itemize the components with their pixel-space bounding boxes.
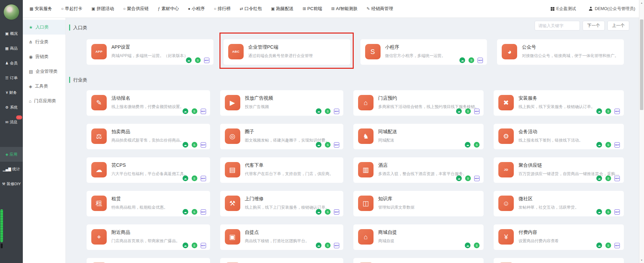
wap-badge-icon[interactable]: WAP bbox=[204, 58, 209, 63]
miniprogram-badge-icon[interactable]: S bbox=[474, 142, 480, 148]
app-badge-icon[interactable]: ☁ bbox=[186, 57, 192, 63]
nav-item[interactable]: ○聚合供应链 bbox=[123, 6, 149, 12]
nav-item[interactable]: ƒ素材中心 bbox=[158, 6, 179, 12]
nav-item[interactable]: ●小程序 bbox=[188, 6, 205, 12]
miniprogram-badge-icon[interactable]: S bbox=[325, 209, 331, 215]
category-item[interactable]: ◉营销类 bbox=[23, 49, 65, 64]
app-card[interactable]: ⚙会务活动线上报名线下签到，链接线下活动。☁SWAP bbox=[494, 124, 624, 149]
wap-badge-icon[interactable]: WAP bbox=[614, 176, 620, 181]
wap-badge-icon[interactable]: WAP bbox=[474, 109, 480, 114]
app-card[interactable]: APPAPP设置商城APP端，多端统一运营。（封装版本）☁SWAP bbox=[87, 39, 213, 65]
app-card[interactable]: ⌂门店预约多商家线下活动组合销售，线上预约项目线下服务核销。☁SWAP bbox=[353, 90, 484, 116]
app-badge-icon[interactable]: ☁ bbox=[316, 243, 321, 248]
miniprogram-badge-icon[interactable]: S bbox=[465, 175, 471, 181]
nav-item[interactable]: ○排行榜 bbox=[214, 6, 231, 12]
wap-badge-icon[interactable]: WAP bbox=[201, 243, 206, 248]
scrollbar-thumb[interactable] bbox=[640, 19, 643, 110]
wap-badge-icon[interactable]: WAP bbox=[334, 142, 339, 148]
category-item[interactable]: ⌂门店应用类 bbox=[23, 94, 65, 108]
app-card[interactable]: ¥付费内容设置商品付费内容查看☁SWAP bbox=[494, 224, 624, 250]
sidebar-item-apps[interactable]: ◈应用 bbox=[0, 147, 23, 162]
sidebar-item-messages[interactable]: ✉消息··· bbox=[0, 115, 23, 129]
user-menu[interactable]: DEMO(公众号管理员) bbox=[589, 6, 635, 12]
wap-badge-icon[interactable]: WAP bbox=[614, 209, 620, 215]
app-badge-icon[interactable]: ☁ bbox=[596, 108, 602, 114]
app-card[interactable]: ◷分时预约 bbox=[220, 258, 344, 263]
app-badge-icon[interactable]: ☁ bbox=[465, 243, 470, 248]
miniprogram-badge-icon[interactable]: S bbox=[605, 243, 611, 248]
prev-button[interactable]: 上一个 bbox=[607, 21, 630, 31]
app-card[interactable]: ♞同城配送同城配送☁S bbox=[353, 124, 484, 149]
sidebar-item-goods[interactable]: ▦商品 bbox=[0, 41, 23, 56]
app-badge-icon[interactable]: ☁ bbox=[183, 209, 188, 215]
app-badge-icon[interactable]: ☁ bbox=[596, 209, 602, 215]
sidebar-item-stats[interactable]: ▁▄▇统计 bbox=[0, 162, 23, 176]
miniprogram-badge-icon[interactable]: S bbox=[192, 108, 197, 114]
miniprogram-badge-icon[interactable]: S bbox=[192, 243, 197, 248]
app-card[interactable]: ▶投放广告视频投放广告视频☁SWAP bbox=[220, 90, 344, 116]
miniprogram-badge-icon[interactable]: S bbox=[325, 142, 331, 148]
app-badge-icon[interactable]: ☁ bbox=[183, 243, 188, 248]
org-switcher[interactable]: E企盈测试 bbox=[551, 6, 576, 12]
category-item[interactable]: ★入口类 bbox=[23, 20, 65, 35]
app-badge-icon[interactable]: ☁ bbox=[596, 243, 602, 248]
wap-badge-icon[interactable]: WAP bbox=[614, 243, 620, 248]
wap-badge-icon[interactable]: WAP bbox=[334, 209, 339, 215]
nav-item[interactable]: ▦安装服务 bbox=[30, 6, 52, 12]
app-badge-icon[interactable]: ☁ bbox=[316, 209, 321, 215]
scrollbar-up-arrow[interactable]: ▲ bbox=[639, 2, 644, 4]
app-card[interactable]: ▭PC前端 bbox=[353, 258, 484, 263]
app-badge-icon[interactable]: ☁ bbox=[456, 175, 462, 181]
avatar[interactable] bbox=[3, 4, 19, 20]
miniprogram-badge-icon[interactable]: S bbox=[605, 142, 611, 148]
category-item[interactable]: ◈工具类 bbox=[23, 79, 65, 94]
app-card[interactable]: ✖安装服务线上购买，线下安装服务，核销确认订单。☁SWAP bbox=[494, 90, 624, 116]
category-item[interactable]: ▤企业管理类 bbox=[23, 64, 65, 79]
sidebar-item-system[interactable]: ⚙系统 bbox=[0, 100, 23, 115]
app-badge-icon[interactable]: ☁ bbox=[596, 142, 602, 148]
app-badge-icon[interactable]: ☁ bbox=[183, 108, 188, 114]
app-card[interactable]: ☺微社区发帖种草，社交互动，活跃带货。☁SWAP bbox=[494, 191, 624, 216]
miniprogram-badge-icon[interactable]: S bbox=[195, 57, 201, 63]
app-card[interactable]: ⌂商城自提商城自提☁S bbox=[353, 224, 484, 250]
wap-badge-icon[interactable]: WAP bbox=[201, 176, 206, 181]
app-badge-icon[interactable]: ☁ bbox=[316, 108, 321, 114]
app-card[interactable]: ☁芸CPS六大平台红包福利，平台必备高返佣工具。☁SWAP bbox=[87, 157, 210, 183]
wap-badge-icon[interactable]: WAP bbox=[474, 176, 480, 181]
app-card[interactable]: ⌖附近商品门店商品首页展示，帮商家推广爆品。☁SWAP bbox=[87, 224, 210, 250]
miniprogram-badge-icon[interactable]: S bbox=[192, 209, 197, 215]
sidebar-item-orders[interactable]: ☰订单 bbox=[0, 70, 23, 85]
app-card[interactable]: JD聚合供应链百万货源供应一键进货，自营商品一键推送芸仓，采购…☁SWAP bbox=[494, 157, 624, 183]
category-item[interactable]: ⋔行业类 bbox=[23, 35, 65, 49]
nav-item[interactable]: ⇄口令红包 bbox=[240, 6, 262, 12]
nav-item[interactable]: ○早起打卡 bbox=[61, 6, 82, 12]
app-badge-icon[interactable]: ☁ bbox=[316, 142, 321, 148]
sidebar-item-members[interactable]: ♟会员 bbox=[0, 56, 23, 70]
nav-item[interactable]: ⊞AI智能测肤 bbox=[331, 6, 357, 12]
scrollbar-down-arrow[interactable]: ▼ bbox=[639, 259, 644, 261]
app-badge-icon[interactable]: ☁ bbox=[465, 142, 470, 148]
sidebar-item-finance[interactable]: ¥财务 bbox=[0, 85, 23, 100]
nav-item[interactable]: ▣拼团活动 bbox=[92, 6, 114, 12]
wap-badge-icon[interactable]: WAP bbox=[201, 109, 206, 114]
app-card[interactable]: ✎活动报名线上报名缴纳费用，付费金额营销设置。☁SWAP bbox=[87, 90, 210, 116]
nav-item[interactable]: ⊞PC前端 bbox=[303, 6, 322, 12]
sidebar-item-diy[interactable]: ⚒装修DIY bbox=[0, 176, 23, 191]
nav-item[interactable]: ▣跑腿配送 bbox=[271, 6, 293, 12]
app-card[interactable]: ▣自提点商品线下核销，打造社区团购平台。☁SWAP bbox=[220, 224, 344, 250]
app-card[interactable]: ▦厂家 bbox=[87, 258, 210, 263]
app-card[interactable]: ☻AI智能测肤 bbox=[494, 258, 624, 263]
app-card[interactable]: 租租赁特殊商品租用，租期租金优惠。☁SWAP bbox=[87, 191, 210, 216]
wap-badge-icon[interactable]: WAP bbox=[478, 58, 483, 63]
app-card[interactable]: ⚖拍卖商品商品拍卖模式新零售，竞拍出价得商品。☁SWAP bbox=[87, 124, 210, 149]
miniprogram-badge-icon[interactable]: S bbox=[325, 243, 331, 248]
app-badge-icon[interactable]: ☁ bbox=[183, 175, 188, 181]
app-card[interactable]: ABC企业管理PC端通过前端会员账号登录进行企业管理 bbox=[224, 39, 350, 65]
miniprogram-badge-icon[interactable]: S bbox=[325, 108, 331, 114]
wap-badge-icon[interactable]: WAP bbox=[614, 109, 620, 114]
miniprogram-badge-icon[interactable]: S bbox=[465, 108, 471, 114]
app-card[interactable]: ▤代客下单代替客户在后台下单，支持自营，门店，供应商。 bbox=[220, 157, 344, 183]
wap-badge-icon[interactable]: WAP bbox=[614, 142, 620, 148]
app-card[interactable]: ⚒上门维修线上购买，线下上门安装服务，核销确认订单。☁SWAP bbox=[220, 191, 344, 216]
app-card[interactable]: S小程序微信官方小程序，多端统一运营。☁SWAP bbox=[360, 39, 487, 65]
